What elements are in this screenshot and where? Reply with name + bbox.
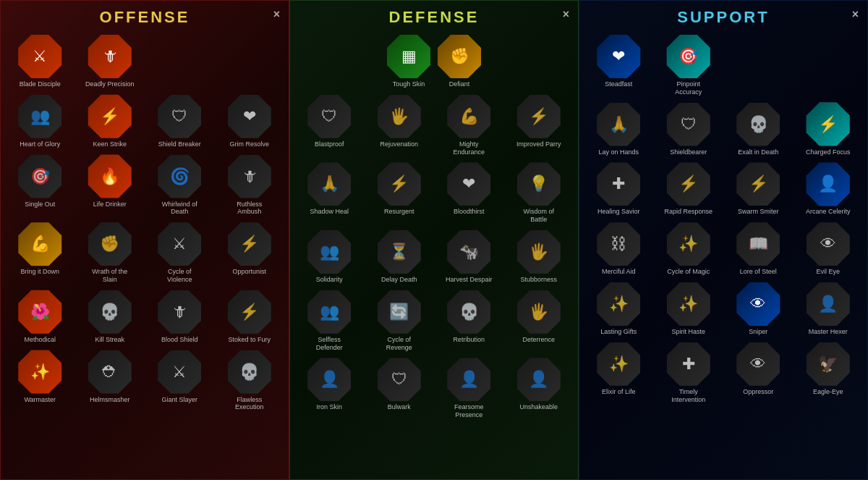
skill-item[interactable]: ⚡ Charged Focus	[795, 101, 862, 158]
skill-item[interactable]: ⚡ Improved Parry	[506, 93, 573, 158]
skill-item[interactable]: ⚡ Swarm Smiter	[725, 160, 792, 217]
skill-icon-symbol: ❤	[462, 176, 475, 192]
offense-title: OFFENSE	[100, 8, 190, 27]
skill-item[interactable]: 🎯 Pinpoint Accuracy	[655, 33, 723, 98]
skill-icon-symbol: ⚔	[33, 49, 47, 64]
skill-item[interactable]: ▦ Tough Skin	[385, 33, 433, 90]
skill-item[interactable]: 🦅 Eagle-Eye	[795, 340, 862, 405]
skill-item[interactable]: 🖐 Stubborness	[506, 228, 573, 285]
skill-name-label: Grim Resolve	[229, 140, 269, 148]
skill-item[interactable]: ⚡ Rapid Response	[655, 160, 723, 217]
skill-item[interactable]: 🛡 Blastproof	[296, 93, 363, 158]
skill-item[interactable]: 🙏 Shadow Heal	[296, 160, 363, 225]
skill-item[interactable]: 🛡 Bulwark	[366, 355, 433, 421]
skill-item[interactable]: ✚ Timely Intervention	[655, 340, 723, 405]
skill-item[interactable]: 💪 Bring it Down	[7, 220, 74, 285]
skill-item[interactable]: 👤 Fearsome Presence	[435, 355, 503, 421]
skill-item[interactable]: 🖐 Rejuvenation	[366, 93, 433, 158]
skill-icon-symbol: 👁	[750, 356, 766, 372]
skill-item[interactable]: 👥 Solidarity	[296, 228, 363, 285]
skill-name-label: Improved Parry	[516, 140, 561, 148]
skill-item[interactable]: ⚔ Giant Slayer	[146, 348, 213, 413]
skill-item[interactable]: 🛡 Shieldbearer	[655, 101, 723, 158]
skill-name-label: Bring it Down	[20, 268, 59, 276]
skill-item[interactable]: 👥 Selfless Defender	[296, 288, 363, 353]
skill-name-label: Whirlwind of Death	[155, 201, 204, 216]
skill-item[interactable]: ⚡ Resurgent	[366, 160, 433, 225]
skill-icon-wrapper: 🛡	[377, 357, 422, 402]
skill-item[interactable]: 💀 Flawless Execution	[216, 348, 284, 413]
skill-item[interactable]: ⛑ Helmsmasher	[77, 348, 144, 413]
defense-top-row: ▦ Tough Skin ✊ Defiant	[385, 33, 483, 90]
skill-item[interactable]: 🔥 Life Drinker	[77, 153, 144, 218]
skill-item[interactable]: 🐄 Harvest Despair	[435, 228, 503, 285]
skill-item[interactable]: 🖐 Deterrence	[506, 288, 573, 353]
skill-item[interactable]: ❤ Bloodthirst	[435, 160, 503, 225]
skill-item[interactable]: 💀 Retribution	[435, 288, 503, 353]
skill-item[interactable]: 👤 Master Hexer	[795, 280, 862, 337]
skill-item[interactable]: 👥 Heart of Glory	[7, 93, 74, 150]
skill-item[interactable]: ✨ Cycle of Magic	[655, 220, 723, 277]
skill-item[interactable]: 👤 Iron Skin	[296, 355, 363, 421]
skill-icon-wrapper: ⛓	[596, 222, 641, 266]
skill-item[interactable]: ⏳ Delay Death	[366, 228, 433, 285]
skill-item[interactable]: ⚡ Stoked to Fury	[216, 288, 284, 345]
skill-item[interactable]: ✨ Spirit Haste	[655, 280, 723, 337]
skill-octagon: 🦅	[807, 342, 850, 386]
skill-item[interactable]: 🗡 Blood Shield	[146, 288, 213, 345]
skill-item[interactable]: ⛓ Merciful Aid	[585, 220, 652, 277]
skill-item[interactable]: 💀 Kill Streak	[77, 288, 144, 345]
skill-icon-wrapper: 💀	[88, 290, 132, 334]
skill-icon-wrapper: ⛑	[88, 350, 132, 395]
skill-icon-symbol: ✨	[678, 236, 698, 252]
skill-item[interactable]: 🛡 Shield Breaker	[146, 93, 213, 150]
skill-item[interactable]: ❤ Grim Resolve	[216, 93, 284, 150]
skill-item[interactable]: 🎯 Single Out	[7, 153, 74, 218]
skill-name-label: Defiant	[449, 80, 470, 88]
skill-icon-symbol: 🗡	[102, 49, 118, 64]
skill-name-label: Sniper	[749, 328, 767, 336]
skill-item[interactable]: ⚡ Opportunist	[216, 220, 284, 285]
skill-icon-wrapper: 👁	[736, 282, 780, 327]
skill-item[interactable]: ⚔ Blade Disciple	[7, 33, 74, 90]
skill-item[interactable]: 🗡 Deadly Precision	[77, 33, 144, 90]
skill-item[interactable]: 👤 Arcane Celerity	[795, 160, 862, 217]
skill-octagon: ⛑	[88, 350, 132, 394]
skill-item[interactable]: 💀 Exalt in Death	[725, 101, 792, 158]
skill-icon-symbol: 🐄	[459, 244, 479, 260]
skill-octagon: 📖	[736, 222, 780, 266]
skill-item[interactable]: 👁 Evil Eye	[795, 220, 862, 277]
skill-name-label: Timely Intervention	[664, 388, 713, 404]
offense-close-button[interactable]: ×	[273, 8, 280, 21]
skill-name-label: Blade Disciple	[20, 80, 61, 88]
skill-item[interactable]: 🔄 Cycle of Revenge	[366, 288, 433, 353]
skill-octagon: ⚡	[378, 162, 421, 206]
skill-item[interactable]: 💡 Wisdom of Battle	[506, 160, 573, 225]
skill-octagon: 🔄	[378, 290, 421, 334]
skill-item[interactable]: 🌺 Methodical	[7, 288, 74, 345]
defense-close-button[interactable]: ×	[563, 8, 569, 21]
skill-item[interactable]: ⚔ Cycle of Violence	[146, 220, 213, 285]
skill-item[interactable]: ✊ Defiant	[435, 33, 483, 90]
skill-icon-symbol: 💀	[749, 117, 768, 132]
skill-item[interactable]: 🙏 Lay on Hands	[585, 101, 652, 158]
skill-item[interactable]: 📖 Lore of Steel	[725, 220, 792, 277]
skill-item[interactable]: ✚ Healing Savior	[585, 160, 652, 217]
skill-item[interactable]: ✊ Wrath of the Slain	[77, 220, 144, 285]
skill-item[interactable]: ✨ Lasting Gifts	[585, 280, 652, 337]
skill-item[interactable]: ❤ Steadfast	[585, 33, 652, 98]
skill-item[interactable]: ✨ Elixir of Life	[585, 340, 652, 405]
skill-item[interactable]: 👁 Sniper	[725, 280, 792, 337]
skill-item[interactable]: 💪 Mighty Endurance	[435, 93, 503, 158]
skill-item[interactable]: 🗡 Ruthless Ambush	[216, 153, 284, 218]
support-close-button[interactable]: ×	[852, 8, 859, 21]
skill-name-label: Master Hexer	[809, 328, 848, 336]
skill-item[interactable]: 🌀 Whirlwind of Death	[146, 153, 213, 218]
skill-icon-symbol: 👤	[818, 176, 838, 192]
skill-item[interactable]: 👁 Oppressor	[725, 340, 792, 405]
skill-item[interactable]: ⚡ Keen Strike	[77, 93, 144, 150]
skill-item[interactable]: ✨ Warmaster	[7, 348, 74, 413]
skill-item[interactable]: 👤 Unshakeable	[506, 355, 573, 421]
skill-octagon: 🖐	[517, 230, 561, 274]
skill-octagon: 💀	[447, 290, 490, 334]
